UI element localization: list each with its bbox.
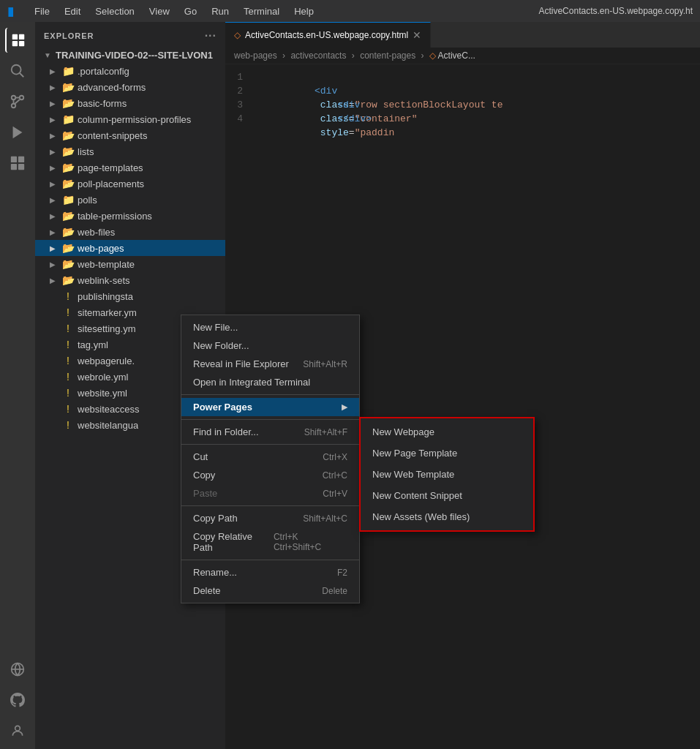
folder-icon: 📁 bbox=[61, 65, 75, 77]
yaml-icon: ! bbox=[61, 403, 75, 415]
tree-item-poll-placements[interactable]: ▶ 📂 poll-placements bbox=[35, 176, 225, 192]
submenu-new-content-snippet[interactable]: New Content Snippet bbox=[361, 485, 533, 506]
explorer-activity-icon[interactable] bbox=[5, 28, 30, 53]
tree-root[interactable]: ▼ TRAINING-VIDEO-02---SITE-LVON1 bbox=[35, 47, 225, 63]
tab-file-icon: ◇ bbox=[234, 30, 241, 40]
cm-copy-path[interactable]: Copy Path Shift+Alt+C bbox=[181, 509, 359, 527]
tree-item-weblink-sets[interactable]: ▶ 📂 weblink-sets bbox=[35, 272, 225, 288]
tree-item-portalconfig[interactable]: ▶ 📁 .portalconfig bbox=[35, 63, 225, 79]
tree-item-content-snippets[interactable]: ▶ 📂 content-snippets bbox=[35, 127, 225, 143]
svg-point-6 bbox=[12, 96, 16, 100]
folder-special-icon: 📂 bbox=[61, 210, 75, 222]
submenu-new-page-template-label: New Page Template bbox=[372, 448, 457, 459]
remote-activity-icon[interactable] bbox=[5, 657, 30, 682]
tree-item-web-files[interactable]: ▶ 📂 web-files bbox=[35, 224, 225, 240]
submenu-new-page-template[interactable]: New Page Template bbox=[361, 443, 533, 464]
menu-view[interactable]: View bbox=[143, 4, 176, 18]
submenu-arrow-icon: ▶ bbox=[342, 402, 347, 412]
power-pages-submenu: New Webpage New Page Template New Web Te… bbox=[359, 417, 535, 532]
cm-power-pages-label: Power Pages bbox=[193, 402, 252, 413]
cm-cut[interactable]: Cut Ctrl+X bbox=[181, 448, 359, 466]
folder-special-icon: 📂 bbox=[61, 162, 75, 173]
tree-item-label: advanced-forms bbox=[78, 82, 146, 93]
cm-rename-shortcut: F2 bbox=[337, 568, 347, 578]
cm-paste: Paste Ctrl+V bbox=[181, 484, 359, 503]
menu-terminal[interactable]: Terminal bbox=[238, 4, 285, 18]
source-control-activity-icon[interactable] bbox=[5, 89, 30, 114]
cm-separator-4 bbox=[181, 505, 359, 506]
cm-delete[interactable]: Delete Delete bbox=[181, 581, 359, 600]
code-line-4: 4 bbox=[225, 112, 700, 126]
search-activity-icon[interactable] bbox=[5, 59, 30, 83]
svg-point-4 bbox=[12, 65, 21, 75]
cm-open-terminal[interactable]: Open in Integrated Terminal bbox=[181, 373, 359, 391]
menu-edit[interactable]: Edit bbox=[59, 4, 86, 18]
yaml-icon: ! bbox=[61, 290, 75, 302]
menu-selection[interactable]: Selection bbox=[89, 4, 140, 18]
svg-point-19 bbox=[15, 726, 20, 731]
github-activity-icon[interactable] bbox=[5, 688, 30, 712]
svg-line-11 bbox=[15, 99, 19, 104]
tree-item-label: website.yml bbox=[78, 388, 127, 399]
accounts-activity-icon[interactable] bbox=[5, 718, 30, 743]
cm-copy[interactable]: Copy Ctrl+C bbox=[181, 466, 359, 484]
tabs-bar: ◇ ActiveContacts.en-US.webpage.copy.html… bbox=[225, 22, 700, 48]
cm-new-file[interactable]: New File... bbox=[181, 318, 359, 336]
submenu-new-content-snippet-label: New Content Snippet bbox=[372, 490, 462, 501]
menu-go[interactable]: Go bbox=[178, 4, 203, 18]
cm-new-folder-label: New Folder... bbox=[193, 340, 249, 351]
cm-new-folder[interactable]: New Folder... bbox=[181, 336, 359, 355]
line-content: <div class="container" style="paddin bbox=[255, 84, 700, 98]
tree-item-label: polls bbox=[78, 195, 97, 206]
yaml-icon: ! bbox=[61, 387, 75, 399]
cm-power-pages[interactable]: Power Pages ▶ bbox=[181, 398, 359, 416]
cm-find-in-folder[interactable]: Find in Folder... Shift+Alt+F bbox=[181, 423, 359, 441]
cm-copy-relative-path[interactable]: Copy Relative Path Ctrl+K Ctrl+Shift+C bbox=[181, 527, 359, 557]
line-content: <div class="row sectionBlockLayout te bbox=[255, 70, 700, 84]
tree-item-lists[interactable]: ▶ 📂 lists bbox=[35, 143, 225, 159]
chevron-right-icon: ▶ bbox=[50, 228, 61, 236]
chevron-right-icon: ▶ bbox=[50, 212, 61, 220]
tab-close-button[interactable]: ✕ bbox=[413, 29, 421, 41]
tree-item-basic-forms[interactable]: ▶ 📂 basic-forms bbox=[35, 95, 225, 111]
explorer-more-button[interactable]: ··· bbox=[205, 29, 217, 42]
tree-item-publishingsta[interactable]: ! publishingsta bbox=[35, 288, 225, 304]
folder-icon: 📁 bbox=[61, 113, 75, 125]
submenu-new-assets-label: New Assets (Web files) bbox=[372, 511, 470, 522]
submenu-new-webpage[interactable]: New Webpage bbox=[361, 421, 533, 443]
tree-item-column-permission[interactable]: ▶ 📁 column-permission-profiles bbox=[35, 111, 225, 127]
breadcrumb-sep: › bbox=[282, 50, 287, 61]
submenu-new-web-template[interactable]: New Web Template bbox=[361, 464, 533, 485]
cm-rename[interactable]: Rename... F2 bbox=[181, 563, 359, 581]
run-activity-icon[interactable] bbox=[5, 120, 30, 145]
folder-special-icon: 📂 bbox=[61, 81, 75, 93]
editor-tab[interactable]: ◇ ActiveContacts.en-US.webpage.copy.html… bbox=[225, 22, 431, 48]
chevron-right-icon: ▶ bbox=[50, 164, 61, 172]
titlebar-menu: File Edit Selection View Go Run Terminal… bbox=[29, 4, 320, 18]
tree-item-polls[interactable]: ▶ 📁 polls bbox=[35, 192, 225, 208]
chevron-right-icon: ▶ bbox=[50, 83, 61, 91]
folder-special-icon: 📂 bbox=[61, 129, 75, 141]
tree-item-label: web-pages bbox=[78, 243, 124, 254]
menu-run[interactable]: Run bbox=[206, 4, 235, 18]
tree-item-label: sitemarker.ym bbox=[78, 307, 137, 318]
cm-separator-1 bbox=[181, 394, 359, 395]
tree-item-label: page-templates bbox=[78, 162, 143, 173]
menu-help[interactable]: Help bbox=[288, 4, 320, 18]
menu-file[interactable]: File bbox=[29, 4, 56, 18]
tree-item-page-templates[interactable]: ▶ 📂 page-templates bbox=[35, 159, 225, 176]
activity-bar-bottom bbox=[5, 657, 30, 743]
submenu-new-assets[interactable]: New Assets (Web files) bbox=[361, 506, 533, 527]
svg-rect-1 bbox=[19, 34, 24, 39]
extensions-activity-icon[interactable] bbox=[5, 151, 30, 176]
tree-item-web-pages[interactable]: ▶ 📂 web-pages bbox=[35, 240, 225, 256]
tree-item-web-template[interactable]: ▶ 📂 web-template bbox=[35, 256, 225, 272]
tree-item-label: webpagerule. bbox=[78, 355, 135, 366]
cm-paste-label: Paste bbox=[193, 488, 217, 499]
cm-cut-label: Cut bbox=[193, 451, 208, 462]
tree-item-advanced-forms[interactable]: ▶ 📂 advanced-forms bbox=[35, 79, 225, 95]
tree-item-table-permissions[interactable]: ▶ 📂 table-permissions bbox=[35, 208, 225, 224]
chevron-right-icon: ▶ bbox=[50, 132, 61, 140]
yaml-icon: ! bbox=[61, 419, 75, 431]
cm-reveal-file-explorer[interactable]: Reveal in File Explorer Shift+Alt+R bbox=[181, 355, 359, 373]
